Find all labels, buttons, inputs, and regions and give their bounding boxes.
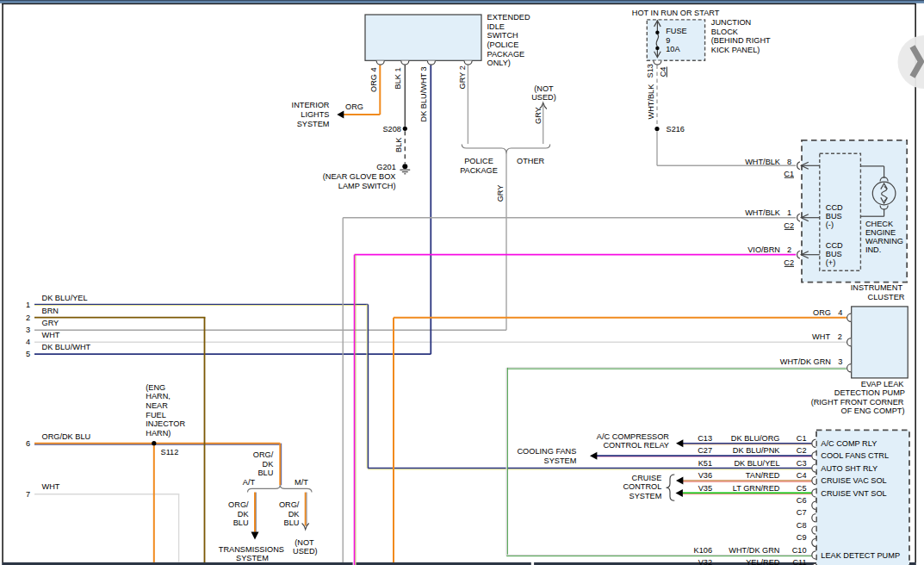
- svg-text:CCD: CCD: [826, 203, 843, 212]
- svg-text:DK BLU/PNK: DK BLU/PNK: [733, 446, 781, 455]
- svg-text:S13: S13: [646, 64, 654, 78]
- svg-text:C3: C3: [797, 459, 807, 468]
- svg-text:GRY: GRY: [534, 107, 543, 124]
- svg-text:2: 2: [838, 332, 842, 341]
- svg-text:C7: C7: [797, 508, 807, 517]
- svg-text:S112: S112: [161, 448, 179, 456]
- svg-text:BLU: BLU: [257, 469, 273, 477]
- svg-text:CONTROL: CONTROL: [623, 482, 661, 491]
- svg-text:K106: K106: [694, 546, 712, 555]
- svg-text:(POLICE: (POLICE: [487, 40, 519, 49]
- svg-text:USED): USED): [293, 547, 318, 556]
- svg-text:GRY: GRY: [42, 319, 59, 327]
- svg-text:C27: C27: [698, 446, 712, 455]
- svg-text:CCD: CCD: [826, 241, 843, 250]
- svg-text:1: 1: [26, 301, 30, 309]
- svg-text:DETECTION PUMP: DETECTION PUMP: [834, 388, 905, 397]
- svg-text:KICK PANEL): KICK PANEL): [711, 46, 760, 54]
- svg-text:C2: C2: [784, 258, 794, 267]
- svg-text:ORG: ORG: [345, 102, 363, 111]
- svg-text:CRUISE VNT SOL: CRUISE VNT SOL: [821, 489, 886, 498]
- svg-text:TAN/RED: TAN/RED: [746, 471, 780, 480]
- svg-text:9: 9: [666, 36, 670, 45]
- svg-text:WHT/BLK: WHT/BLK: [647, 84, 655, 120]
- svg-text:PACKAGE: PACKAGE: [460, 166, 498, 175]
- svg-text:INTERIOR: INTERIOR: [292, 101, 330, 109]
- svg-text:BUS: BUS: [826, 212, 842, 220]
- svg-text:WHT/DK GRN: WHT/DK GRN: [780, 357, 831, 366]
- svg-text:C9: C9: [797, 533, 807, 542]
- svg-text:BRN: BRN: [42, 307, 59, 315]
- svg-text:BLU: BLU: [233, 518, 249, 527]
- svg-text:ENGINE: ENGINE: [865, 228, 896, 237]
- svg-text:LT GRN/RED: LT GRN/RED: [733, 484, 780, 493]
- svg-text:5: 5: [26, 350, 30, 358]
- svg-text:ORG: ORG: [813, 308, 831, 317]
- svg-text:BLK: BLK: [394, 137, 403, 152]
- svg-text:S208: S208: [382, 125, 400, 133]
- svg-text:BUS: BUS: [826, 250, 842, 258]
- svg-text:8: 8: [787, 158, 791, 166]
- svg-text:6: 6: [26, 439, 30, 448]
- svg-text:C11: C11: [792, 558, 806, 565]
- svg-text:SYSTEM: SYSTEM: [629, 492, 662, 500]
- svg-text:VIO/BRN: VIO/BRN: [747, 245, 780, 254]
- svg-text:CRUISE VAC SOL: CRUISE VAC SOL: [821, 476, 886, 485]
- svg-text:CRUISE: CRUISE: [632, 474, 662, 482]
- svg-text:FUSE: FUSE: [666, 27, 687, 35]
- svg-text:A/C COMP RLY: A/C COMP RLY: [821, 439, 877, 448]
- svg-text:AUTO SHT RLY: AUTO SHT RLY: [821, 464, 877, 473]
- svg-text:TRANSMISSIONS: TRANSMISSIONS: [219, 545, 284, 554]
- svg-text:SWITCH: SWITCH: [487, 31, 518, 40]
- svg-text:NEAR: NEAR: [146, 401, 168, 410]
- svg-text:G201: G201: [376, 163, 395, 171]
- svg-text:ORG 4: ORG 4: [369, 67, 378, 92]
- svg-text:K51: K51: [698, 459, 712, 468]
- svg-text:C2: C2: [784, 221, 794, 230]
- svg-text:YEL/RED: YEL/RED: [746, 558, 780, 565]
- svg-text:10A: 10A: [666, 45, 680, 53]
- svg-text:ORG/: ORG/: [228, 500, 249, 509]
- svg-text:A/T: A/T: [243, 478, 256, 487]
- svg-text:WHT/BLK: WHT/BLK: [745, 158, 781, 166]
- svg-text:DK BLU/WHT 3: DK BLU/WHT 3: [419, 66, 428, 121]
- svg-text:LAMP SWITCH): LAMP SWITCH): [338, 182, 396, 190]
- svg-text:C2: C2: [797, 446, 807, 455]
- svg-text:JUNCTION: JUNCTION: [711, 18, 751, 27]
- svg-text:DK: DK: [288, 510, 301, 518]
- svg-text:EXTENDED: EXTENDED: [487, 13, 530, 22]
- svg-text:LIGHTS: LIGHTS: [301, 110, 329, 119]
- svg-text:GRY: GRY: [496, 185, 505, 202]
- svg-text:C10: C10: [792, 546, 807, 555]
- svg-text:DK: DK: [263, 460, 275, 469]
- svg-text:C1: C1: [784, 170, 794, 178]
- svg-text:OF ENG COMPT): OF ENG COMPT): [840, 407, 904, 415]
- svg-text:SYSTEM: SYSTEM: [544, 456, 577, 465]
- svg-text:V35: V35: [698, 484, 712, 493]
- svg-text:WHT/DK GRN: WHT/DK GRN: [729, 546, 779, 555]
- svg-text:POLICE: POLICE: [464, 157, 493, 165]
- svg-text:SYSTEM: SYSTEM: [297, 120, 330, 128]
- svg-text:OTHER: OTHER: [517, 157, 545, 165]
- svg-text:HARN,: HARN,: [146, 392, 171, 400]
- svg-text:DK BLU/ORG: DK BLU/ORG: [731, 434, 780, 443]
- svg-text:EVAP LEAK: EVAP LEAK: [861, 380, 905, 388]
- svg-text:ONLY): ONLY): [487, 59, 511, 67]
- svg-text:A/C COMPRESSOR: A/C COMPRESSOR: [597, 432, 670, 441]
- svg-text:HARN): HARN): [146, 429, 171, 438]
- svg-text:WHT: WHT: [42, 331, 60, 339]
- svg-text:DK BLU/YEL: DK BLU/YEL: [42, 294, 88, 302]
- svg-text:C13: C13: [698, 434, 712, 443]
- svg-text:(NEAR GLOVE BOX: (NEAR GLOVE BOX: [323, 172, 396, 181]
- svg-text:1: 1: [787, 208, 791, 217]
- svg-text:C5: C5: [797, 484, 807, 493]
- svg-text:GRY 2: GRY 2: [458, 65, 467, 89]
- svg-text:2: 2: [26, 314, 30, 322]
- svg-text:3: 3: [838, 357, 842, 366]
- svg-text:(NOT: (NOT: [534, 84, 554, 93]
- svg-text:BLOCK: BLOCK: [711, 28, 739, 36]
- svg-text:FUEL: FUEL: [146, 411, 166, 419]
- svg-text:BLU: BLU: [284, 518, 300, 527]
- svg-text:SYSTEM: SYSTEM: [236, 554, 269, 562]
- svg-text:CLUSTER: CLUSTER: [868, 293, 905, 301]
